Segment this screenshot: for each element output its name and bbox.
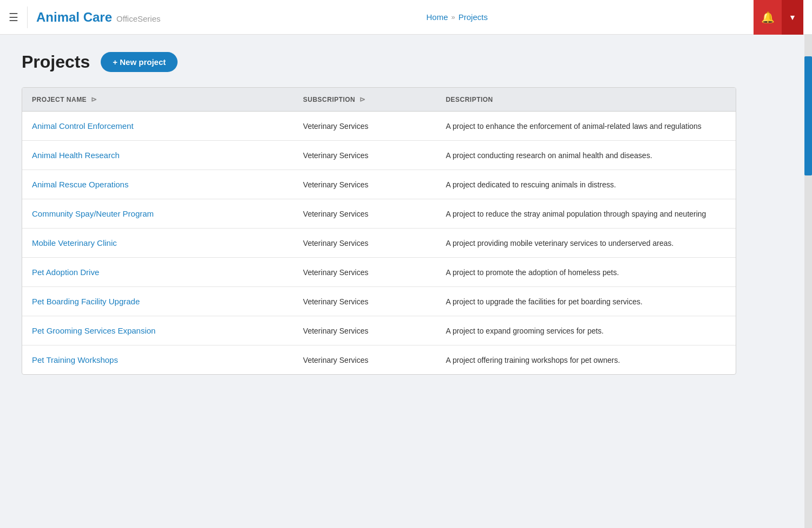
brand: Animal Care OfficeSeries xyxy=(36,10,161,25)
nav-projects-link[interactable]: Projects xyxy=(459,12,488,22)
bell-icon: 🔔 xyxy=(761,11,775,24)
table-body: Animal Control EnforcementVeterinary Ser… xyxy=(22,112,736,375)
description-cell: A project dedicated to rescuing animals … xyxy=(436,170,736,199)
subscription-cell: Veterinary Services xyxy=(293,112,436,141)
subscription-cell: Veterinary Services xyxy=(293,199,436,229)
description-cell: A project to expand grooming services fo… xyxy=(436,316,736,346)
subscription-cell: Veterinary Services xyxy=(293,316,436,346)
col-header-project-name: PROJECT NAME ⊳ xyxy=(22,88,293,112)
description-cell: A project conducting research on animal … xyxy=(436,141,736,170)
table-row: Pet Grooming Services ExpansionVeterinar… xyxy=(22,316,736,346)
project-name-link[interactable]: Pet Adoption Drive xyxy=(32,268,99,277)
project-name-link[interactable]: Animal Rescue Operations xyxy=(32,180,128,189)
project-name-link[interactable]: Pet Grooming Services Expansion xyxy=(32,326,155,335)
description-cell: A project offering training workshops fo… xyxy=(436,346,736,375)
project-name-link[interactable]: Pet Boarding Facility Upgrade xyxy=(32,297,140,306)
subscription-cell: Veterinary Services xyxy=(293,346,436,375)
project-name-link[interactable]: Community Spay/Neuter Program xyxy=(32,209,154,218)
table-row: Animal Control EnforcementVeterinary Ser… xyxy=(22,112,736,141)
description-cell: A project to upgrade the facilities for … xyxy=(436,287,736,316)
description-cell: A project providing mobile veterinary se… xyxy=(436,229,736,258)
brand-name: Animal Care xyxy=(36,10,112,25)
project-name-link[interactable]: Mobile Veterinary Clinic xyxy=(32,238,117,247)
notification-bell-button[interactable]: 🔔 xyxy=(754,0,782,35)
table-row: Pet Adoption DriveVeterinary ServicesA p… xyxy=(22,258,736,287)
user-dropdown-button[interactable]: ▼ xyxy=(782,0,803,35)
nav-home-link[interactable]: Home xyxy=(427,12,448,22)
project-name-link[interactable]: Animal Health Research xyxy=(32,151,120,160)
project-name-link[interactable]: Animal Control Enforcement xyxy=(32,121,134,131)
header: ☰ Animal Care OfficeSeries Home » Projec… xyxy=(0,0,812,35)
col-header-subscription: SUBSCRIPTION ⊳ xyxy=(293,88,436,112)
projects-table: PROJECT NAME ⊳ SUBSCRIPTION ⊳ DESCRIPTIO… xyxy=(22,88,736,374)
table-header: PROJECT NAME ⊳ SUBSCRIPTION ⊳ DESCRIPTIO… xyxy=(22,88,736,112)
scrollbar-thumb[interactable] xyxy=(804,56,812,175)
project-name-link[interactable]: Pet Training Workshops xyxy=(32,355,118,364)
description-cell: A project to reduce the stray animal pop… xyxy=(436,199,736,229)
breadcrumb-nav: Home » Projects xyxy=(161,12,754,22)
description-cell: A project to promote the adoption of hom… xyxy=(436,258,736,287)
table-row: Animal Rescue OperationsVeterinary Servi… xyxy=(22,170,736,199)
subscription-cell: Veterinary Services xyxy=(293,258,436,287)
filter-subscription-icon[interactable]: ⊳ xyxy=(359,95,365,103)
page-header: Projects + New project xyxy=(22,52,736,72)
header-actions: 🔔 ▼ xyxy=(754,0,803,35)
page-title: Projects xyxy=(22,52,90,72)
table-row: Mobile Veterinary ClinicVeterinary Servi… xyxy=(22,229,736,258)
subscription-cell: Veterinary Services xyxy=(293,229,436,258)
header-divider xyxy=(27,6,28,28)
table-row: Pet Boarding Facility UpgradeVeterinary … xyxy=(22,287,736,316)
col-header-description: DESCRIPTION xyxy=(436,88,736,112)
subscription-cell: Veterinary Services xyxy=(293,287,436,316)
table-row: Animal Health ResearchVeterinary Service… xyxy=(22,141,736,170)
filter-project-name-icon[interactable]: ⊳ xyxy=(91,95,97,103)
subscription-cell: Veterinary Services xyxy=(293,141,436,170)
scrollbar-track[interactable] xyxy=(804,35,812,528)
main-content: Projects + New project PROJECT NAME ⊳ SU… xyxy=(0,35,758,392)
subscription-cell: Veterinary Services xyxy=(293,170,436,199)
table-row: Pet Training WorkshopsVeterinary Service… xyxy=(22,346,736,375)
table-row: Community Spay/Neuter ProgramVeterinary … xyxy=(22,199,736,229)
chevron-down-icon: ▼ xyxy=(789,13,796,22)
brand-sub: OfficeSeries xyxy=(116,14,160,23)
description-cell: A project to enhance the enforcement of … xyxy=(436,112,736,141)
breadcrumb-separator: » xyxy=(451,13,455,21)
projects-table-container: PROJECT NAME ⊳ SUBSCRIPTION ⊳ DESCRIPTIO… xyxy=(22,87,736,375)
hamburger-menu-button[interactable]: ☰ xyxy=(9,12,18,23)
new-project-button[interactable]: + New project xyxy=(101,52,178,72)
